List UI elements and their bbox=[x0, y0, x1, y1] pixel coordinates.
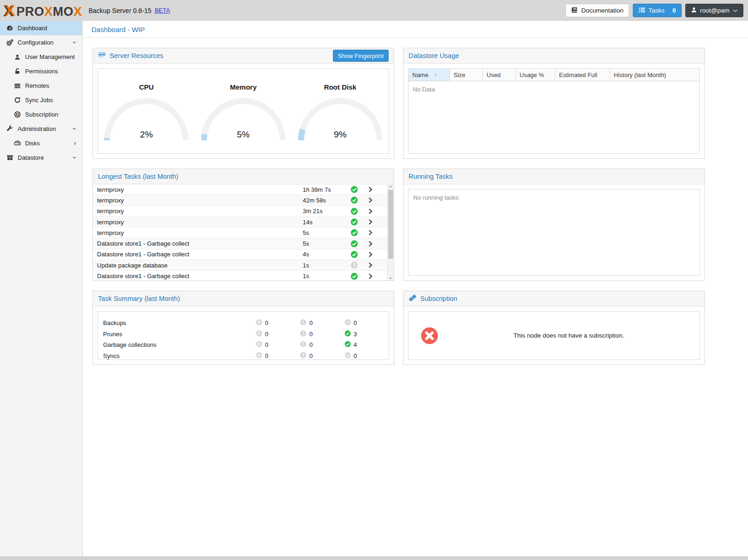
subscription-message: This node does not have a subscription. bbox=[438, 332, 699, 339]
chevron-right-icon[interactable] bbox=[367, 218, 387, 226]
panel-title: Task Summary (last Month) bbox=[98, 295, 180, 302]
chevron-right-icon[interactable] bbox=[367, 186, 387, 193]
archive-box-icon bbox=[6, 154, 14, 162]
sidebar-item-user-management[interactable]: User Management bbox=[0, 50, 82, 64]
chevron-right-icon[interactable] bbox=[367, 208, 387, 215]
scroll-down-arrow-icon[interactable] bbox=[389, 278, 392, 279]
cpu-gauge: CPU 2% bbox=[101, 70, 192, 143]
proxmox-x-logo-icon: X bbox=[5, 1, 15, 20]
panel-title: Datastore Usage bbox=[409, 52, 459, 59]
panel-title: Longest Tasks (last Month) bbox=[98, 173, 178, 180]
column-header-used[interactable]: Used bbox=[483, 69, 516, 81]
status-ok-icon bbox=[351, 229, 367, 236]
caret-down-icon bbox=[72, 157, 76, 161]
column-header-usage-pct[interactable]: Usage % bbox=[516, 69, 555, 81]
scrollbar-thumb[interactable] bbox=[388, 190, 393, 259]
task-row[interactable]: termproxy 1h 38m 7s bbox=[93, 184, 387, 195]
caret-down-icon bbox=[72, 42, 76, 46]
sidebar-item-sync-jobs[interactable]: Sync Jobs bbox=[0, 93, 82, 107]
unlock-icon bbox=[13, 68, 21, 75]
ticket-icon bbox=[409, 294, 416, 304]
task-row[interactable]: Update package database 1s ? bbox=[93, 260, 387, 271]
chevron-right-icon[interactable] bbox=[367, 261, 387, 269]
vertical-scrollbar[interactable] bbox=[387, 184, 394, 280]
summary-row-backups: Backups 0 0 0 bbox=[103, 318, 389, 329]
task-row[interactable]: termproxy 42m 58s bbox=[93, 195, 387, 206]
column-header-name[interactable]: Name ↑ bbox=[409, 69, 450, 81]
warning-count-icon bbox=[300, 341, 306, 349]
longest-tasks-list: termproxy 1h 38m 7s termproxy 42m 58s bbox=[93, 184, 394, 280]
beta-link[interactable]: BETA bbox=[155, 7, 170, 14]
sidebar-item-permissions[interactable]: Permissions bbox=[0, 64, 82, 78]
logo-text: PRO bbox=[16, 5, 44, 19]
task-row[interactable]: Datastore store1 - Garbage collect 5s bbox=[93, 238, 387, 249]
error-count-icon bbox=[256, 341, 262, 349]
datastore-usage-panel: Datastore Usage Name ↑ Size Used Usage %… bbox=[403, 48, 705, 159]
status-ok-icon bbox=[351, 218, 367, 226]
task-row[interactable]: termproxy 5s bbox=[93, 228, 387, 238]
user-icon bbox=[13, 53, 21, 61]
memory-gauge: Memory 5% bbox=[198, 70, 289, 143]
life-ring-icon bbox=[13, 111, 21, 118]
column-header-estimated-full[interactable]: Estimated Full bbox=[555, 69, 610, 81]
summary-row-garbage-collections: Garbage collections 0 0 4 bbox=[103, 339, 389, 351]
tasks-button[interactable]: Tasks 0 bbox=[633, 4, 682, 17]
sidebar-item-disks[interactable]: Disks bbox=[0, 136, 82, 150]
subscription-panel: Subscription This node does not have a s… bbox=[403, 291, 705, 365]
error-count-icon bbox=[256, 330, 262, 338]
task-list-icon bbox=[638, 7, 645, 15]
chevron-right-icon[interactable] bbox=[367, 229, 387, 236]
no-data-text: No Data bbox=[409, 81, 699, 98]
sort-ascending-icon: ↑ bbox=[434, 72, 437, 78]
sidebar-item-administration[interactable]: Administration bbox=[0, 122, 82, 136]
task-row[interactable]: termproxy 14s bbox=[93, 217, 387, 228]
tasks-count-badge: 0 bbox=[672, 7, 676, 14]
sidebar-item-remotes[interactable]: Remotes bbox=[0, 78, 82, 93]
warning-count-icon bbox=[300, 352, 306, 360]
show-fingerprint-button[interactable]: Show Fingerprint bbox=[333, 50, 389, 62]
status-ok-icon bbox=[351, 273, 367, 280]
running-tasks-panel: Running Tasks No running tasks bbox=[403, 169, 705, 281]
ok-count-icon bbox=[345, 352, 351, 360]
status-ok-icon bbox=[351, 196, 367, 204]
chevron-down-icon bbox=[733, 7, 738, 14]
chevron-right-icon[interactable] bbox=[367, 240, 387, 247]
ok-count-icon bbox=[345, 330, 351, 338]
server-resources-panel: Server Resources Show Fingerprint CPU bbox=[92, 48, 394, 159]
page-title: Dashboard - WIP bbox=[83, 21, 748, 38]
cpu-usage-value: 2% bbox=[101, 130, 192, 140]
task-row[interactable]: Datastore store1 - Garbage collect 1s bbox=[93, 271, 387, 280]
sidebar-item-dashboard[interactable]: Dashboard bbox=[0, 21, 82, 35]
sidebar-item-subscription[interactable]: Subscription bbox=[0, 107, 82, 122]
user-menu-button[interactable]: root@pam bbox=[685, 4, 743, 17]
root-disk-gauge: Root Disk 9% bbox=[295, 70, 386, 143]
task-row[interactable]: termproxy 3m 21s bbox=[93, 206, 387, 217]
no-running-tasks-text: No running tasks bbox=[409, 189, 699, 206]
book-icon bbox=[571, 7, 578, 15]
scroll-up-arrow-icon[interactable] bbox=[389, 186, 392, 187]
chevron-right-icon[interactable] bbox=[367, 273, 387, 280]
gears-icon bbox=[6, 39, 14, 46]
status-ok-icon bbox=[351, 251, 367, 258]
task-summary-panel: Task Summary (last Month) Backups 0 0 0 … bbox=[92, 291, 394, 365]
column-header-size[interactable]: Size bbox=[450, 69, 483, 81]
panel-title: Server Resources bbox=[110, 52, 163, 59]
server-resources-icon bbox=[98, 51, 106, 60]
ok-count-icon bbox=[345, 341, 351, 349]
product-version: Backup Server 0.8-15 bbox=[89, 7, 151, 14]
proxmox-logo: X PROXMOX bbox=[5, 1, 82, 20]
sidebar-item-datastore[interactable]: Datastore bbox=[0, 150, 82, 165]
column-header-history[interactable]: History (last Month) bbox=[610, 69, 699, 81]
task-row[interactable]: Datastore store1 - Garbage collect 4s bbox=[93, 249, 387, 260]
app-header: X PROXMOX Backup Server 0.8-15 BETA Docu… bbox=[0, 0, 748, 21]
chevron-right-icon[interactable] bbox=[367, 251, 387, 258]
hard-disk-icon bbox=[13, 140, 21, 147]
documentation-button[interactable]: Documentation bbox=[566, 4, 629, 17]
caret-right-icon bbox=[74, 142, 78, 145]
caret-down-icon bbox=[72, 128, 76, 132]
sync-refresh-icon bbox=[13, 97, 21, 104]
chevron-right-icon[interactable] bbox=[367, 196, 387, 204]
sidebar-item-configuration[interactable]: Configuration bbox=[0, 35, 82, 50]
proxmox-backup-app: X PROXMOX Backup Server 0.8-15 BETA Docu… bbox=[0, 0, 748, 560]
status-ok-icon bbox=[351, 186, 367, 193]
